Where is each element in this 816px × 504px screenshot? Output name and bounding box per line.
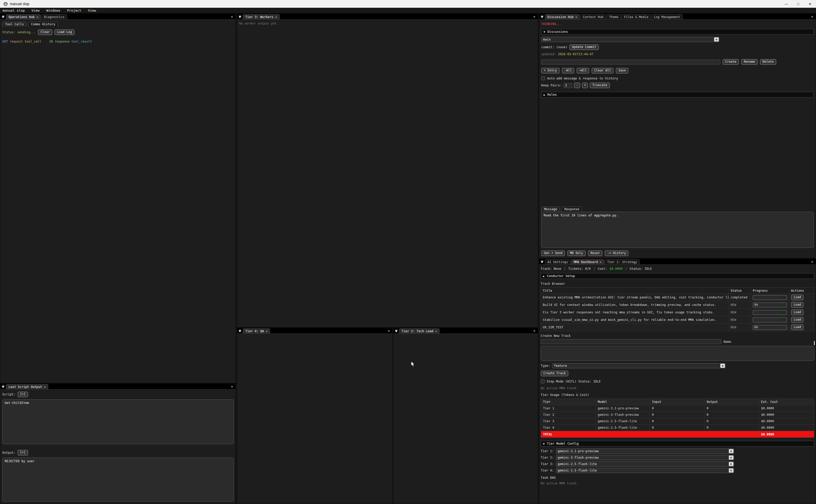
close-button[interactable]: ✕ [804,0,816,8]
dock-menu-icon[interactable] [237,328,243,334]
tab-close-icon[interactable]: ✕ [266,329,268,333]
table-row[interactable]: Enhance existing MMA orchestration GUI: … [541,294,814,301]
discussion-name-input[interactable] [541,60,720,64]
tab-close-icon[interactable]: ✕ [600,260,601,264]
tab-tier4-qa[interactable]: Tier 4: QA ✕ [243,328,270,334]
tab-close-icon[interactable]: ✕ [44,385,46,389]
load-track-button[interactable]: Load [791,317,804,323]
maximize-button[interactable]: □ [792,0,804,8]
expand-all-button[interactable]: +All [577,68,589,74]
panel-close-icon[interactable]: ✕ [231,385,236,389]
panel-close-icon[interactable]: ✕ [533,329,538,334]
dock-menu-icon[interactable] [0,14,6,19]
discussions-section-header[interactable]: ▼ Discussions [541,29,814,35]
menu-view-2[interactable]: View [87,9,96,12]
tab-response[interactable]: Response [562,207,582,212]
update-commit-button[interactable]: Update Commit [569,44,599,50]
tab-diagnostics[interactable]: Diagnostics [41,14,67,19]
tier4-model-select[interactable]: gemini-2.5-flash-lite ▼ [556,468,734,473]
add-entry-button[interactable]: + Entry [541,68,560,74]
table-row[interactable]: Fix Tier 3 worker responses not reaching… [541,309,814,316]
tab-files-media[interactable]: Files & Media [621,14,651,19]
message-textarea[interactable]: Read the first 10 lines of aggregate.py. [541,212,814,248]
output-expand-button[interactable]: [+] [18,450,28,456]
tab-theme[interactable]: Theme [607,14,621,19]
script-text-area[interactable]: Get-ChildItem [2,399,234,444]
tab-close-icon[interactable]: ✕ [575,15,577,19]
tab-tier2-tech-lead[interactable]: Tier 2: Tech Lead ✕ [399,328,440,334]
menu-view[interactable]: View [31,9,40,12]
collapse-all-button[interactable]: -All [562,68,575,74]
tier3-model-select[interactable]: gemini-2.5-flash-lite ▼ [556,461,734,467]
panel-close-icon[interactable]: ✕ [231,15,236,19]
clear-button[interactable]: Clear [38,29,52,35]
truncate-button[interactable]: Truncate [590,83,610,88]
tab-tier3-workers[interactable]: Tier 3: Workers ✕ [243,14,280,19]
track-name-input[interactable] [541,339,721,344]
tier2-model-select[interactable]: gemini-3-flash-preview ▼ [556,455,734,460]
tab-tier1-strategy[interactable]: Tier 1: Strategy [605,259,640,264]
type-select[interactable]: feature ▼ [552,363,725,368]
track-description-textarea[interactable] [541,346,814,361]
dock-menu-icon[interactable] [539,259,545,264]
panel-close-icon[interactable]: ✕ [811,260,816,264]
scrollbar-thumb[interactable] [814,341,815,345]
tab-operations-hub[interactable]: Operations Hub ✕ [6,14,41,19]
gen-send-button[interactable]: Gen + Send [541,250,565,256]
table-row[interactable]: UX_SIM_TEST NEW 0% Load [541,324,814,331]
load-track-button[interactable]: Load [791,324,804,330]
dock-menu-icon[interactable] [237,14,243,19]
subtab-tool-calls[interactable]: Tool Calls [2,22,27,27]
save-button[interactable]: Save [616,68,628,74]
load-track-button[interactable]: Load [791,302,804,308]
panel-close-icon[interactable]: ✕ [533,15,538,19]
clear-all-button[interactable]: Clear All [592,68,613,74]
md-only-button[interactable]: MD Only [567,250,586,256]
keep-pairs-input[interactable] [563,83,572,88]
tab-ai-settings[interactable]: AI Settings [545,259,570,264]
subtab-comms-history[interactable]: Comms History [28,22,58,27]
output-text-area[interactable]: REJECTED by user [2,458,234,502]
minimize-button[interactable]: — [780,0,792,8]
conductor-setup-header[interactable]: ▶ Conductor Setup [541,273,814,279]
table-row[interactable]: Build UI for context window utilization,… [541,301,814,309]
load-track-button[interactable]: Load [791,295,804,300]
create-track-button[interactable]: Create Track [541,371,568,376]
panel-close-icon[interactable]: ✕ [811,15,816,19]
decrement-button[interactable]: - [574,83,580,88]
panel-close-icon[interactable]: ✕ [388,329,392,334]
tab-close-icon[interactable]: ✕ [36,15,38,19]
tab-context-hub[interactable]: Context Hub [580,14,606,19]
tab-log-management[interactable]: Log Management [651,14,683,19]
menu-windows[interactable]: Windows [46,9,61,12]
tier1-model-select[interactable]: gemini-3.1-pro-preview ▼ [556,449,734,454]
roles-section-header[interactable]: ▶ Roles [541,92,814,97]
rename-button[interactable]: Rename [741,59,757,65]
menu-project[interactable]: Project [67,9,82,12]
load-log-button[interactable]: Load Log [54,29,75,35]
step-mode-checkbox[interactable] [541,379,545,383]
load-track-button[interactable]: Load [791,310,804,315]
dock-menu-icon[interactable] [0,384,6,389]
window-titlebar[interactable]: manual slop — □ ✕ [0,0,816,8]
script-expand-button[interactable]: [+] [18,392,28,397]
autoadd-checkbox[interactable] [541,76,545,80]
tab-discussion-hub[interactable]: Discussion Hub ✕ [545,14,580,19]
operations-hub-tabbar: Operations Hub ✕ Diagnostics ✕ [0,14,236,19]
increment-button[interactable]: + [582,83,588,88]
menu-manual-slop[interactable]: manual slop [2,9,25,12]
dock-menu-icon[interactable] [539,14,545,19]
table-row[interactable]: Stabilize visual_sim_mma_v2.py and mock_… [541,316,814,324]
delete-button[interactable]: Delete [760,59,776,65]
tab-close-icon[interactable]: ✕ [275,15,277,19]
tab-last-script-output[interactable]: Last Script Output ✕ [6,384,48,389]
tab-close-icon[interactable]: ✕ [435,329,437,333]
create-button[interactable]: Create [723,59,739,65]
reset-button[interactable]: Reset [588,250,602,256]
discussion-select[interactable]: main ▼ [541,37,719,42]
tab-mma-dashboard[interactable]: MMA Dashboard ✕ [571,259,604,264]
tab-message[interactable]: Message [541,207,560,212]
dock-menu-icon[interactable] [393,328,399,334]
to-history-button[interactable]: -> History [605,250,628,256]
tier-model-config-header[interactable]: ▼ Tier Model Config [541,441,814,446]
